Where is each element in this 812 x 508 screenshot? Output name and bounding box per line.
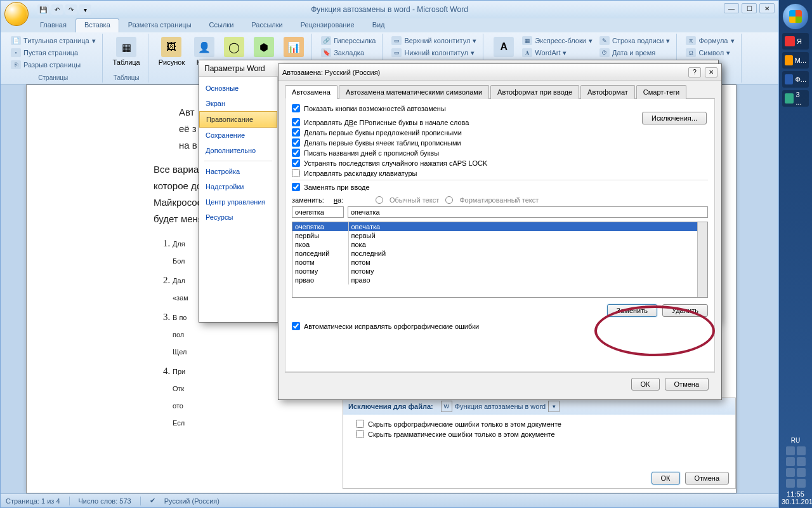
cat-customize[interactable]: Настройка	[199, 164, 277, 179]
tab-math[interactable]: Автозамена математическими символами	[339, 85, 489, 99]
tray-icon[interactable]	[786, 479, 795, 488]
signature-line-button[interactable]: ✎Строка подписи ▾	[597, 35, 672, 46]
tab-mail[interactable]: Рассылки	[242, 18, 291, 32]
tab-smarttags[interactable]: Смарт-теги	[636, 85, 686, 99]
close-button[interactable]: ✕	[759, 3, 775, 13]
taskbar-item[interactable]: М...	[782, 52, 809, 69]
picture-button[interactable]: 🖼Рисунок	[155, 35, 189, 68]
tray-icon[interactable]	[786, 468, 795, 477]
hyperlink-icon: 🔗	[321, 36, 331, 45]
group-tables-label: Таблицы	[109, 73, 144, 81]
options-cancel-button[interactable]: Отмена	[685, 472, 729, 485]
cover-page-button[interactable]: 📄Титульная страница ▾	[8, 35, 98, 46]
chart-button[interactable]: 📊	[280, 35, 308, 59]
hyperlink-button[interactable]: 🔗Гиперссылка	[318, 35, 378, 46]
cat-main[interactable]: Основные	[199, 81, 277, 96]
keyboard-layout-checkbox[interactable]: Исправлять раскладку клавиатуры	[292, 169, 708, 177]
qat-redo-icon[interactable]: ↷	[65, 4, 77, 15]
exceptions-button[interactable]: Исключения...	[642, 112, 707, 124]
ac-cancel-button[interactable]: Отмена	[665, 378, 709, 391]
capslock-checkbox[interactable]: Устранять последствия случайного нажатия…	[292, 159, 708, 167]
smartart-button[interactable]: ⬢	[250, 35, 278, 59]
page-break-button[interactable]: ⎘Разрыв страницы	[8, 59, 98, 70]
help-button[interactable]: ?	[688, 67, 701, 77]
qat-more-icon[interactable]: ▾	[79, 4, 91, 15]
cat-addins[interactable]: Надстройки	[199, 179, 277, 194]
table-button[interactable]: ▦Таблица	[109, 35, 144, 68]
tray-icon[interactable]	[797, 468, 806, 477]
dropdown-icon[interactable]: ▾	[548, 401, 560, 412]
scrollbar[interactable]	[697, 222, 707, 297]
cat-advanced[interactable]: Дополнительно	[199, 143, 277, 158]
cat-save[interactable]: Сохранение	[199, 128, 277, 143]
tab-autoformat[interactable]: Автоформат	[580, 85, 635, 99]
blank-page-button[interactable]: ▫Пустая страница	[8, 47, 98, 58]
tray-icon[interactable]	[786, 457, 795, 466]
replace-button[interactable]: Заменить	[607, 304, 657, 317]
formula-button[interactable]: πФормула ▾	[683, 35, 737, 46]
title-bar: 💾 ↶ ↷ ▾ Функция автозамены в word - Micr…	[1, 1, 778, 18]
tab-refs[interactable]: Ссылки	[200, 18, 243, 32]
tray-icon[interactable]	[786, 446, 795, 455]
taskbar-item[interactable]: Я	[782, 33, 809, 50]
dialog-close-button[interactable]: ✕	[705, 67, 717, 77]
minimize-button[interactable]: —	[724, 3, 739, 13]
wordart-button[interactable]: 𝐀WordArt ▾	[520, 47, 595, 58]
start-button[interactable]	[783, 4, 808, 29]
replace-input[interactable]	[292, 206, 344, 218]
taskbar-item[interactable]: 3 ...	[782, 90, 809, 107]
delete-button[interactable]: Удалить	[662, 304, 708, 317]
symbol-button[interactable]: ΩСимвол ▾	[683, 47, 737, 58]
taskbar-item[interactable]: Ф...	[782, 71, 809, 88]
clock-time[interactable]: 11:55	[782, 490, 809, 498]
with-input[interactable]	[348, 206, 708, 218]
formatted-radio[interactable]	[445, 196, 453, 204]
tray-icon[interactable]	[797, 479, 806, 488]
cat-screen[interactable]: Экран	[199, 96, 277, 111]
days-caps-checkbox[interactable]: Писать названия дней с прописной буквы	[292, 149, 708, 157]
hide-grammar-checkbox[interactable]: Скрыть грамматические ошибки только в эт…	[348, 430, 730, 438]
auto-fix-checkbox[interactable]: Автоматически исправлять орфографические…	[292, 322, 708, 330]
options-ok-button[interactable]: ОК	[652, 472, 680, 485]
textbox-button[interactable]: A	[490, 35, 518, 59]
wordart-icon: 𝐀	[522, 48, 532, 57]
tab-review[interactable]: Рецензирование	[292, 18, 363, 32]
bookmark-icon: 🔖	[321, 48, 331, 57]
express-blocks-button[interactable]: ▦Экспресс-блоки ▾	[520, 35, 595, 46]
tab-autocorrect[interactable]: Автозамена	[285, 85, 337, 99]
status-words[interactable]: Число слов: 573	[79, 497, 131, 505]
autocorrect-dialog: Автозамена: Русский (Россия) ? ✕ Автозам…	[278, 64, 722, 400]
office-button[interactable]	[4, 2, 29, 26]
qat-undo-icon[interactable]: ↶	[51, 4, 63, 15]
status-page[interactable]: Страница: 1 из 4	[6, 497, 60, 505]
sentence-caps-checkbox[interactable]: Делать первые буквы предложений прописны…	[292, 128, 708, 137]
maximize-button[interactable]: ☐	[742, 3, 757, 13]
tray-icon[interactable]	[797, 446, 806, 455]
footer-button[interactable]: ▭Нижний колонтитул ▾	[389, 47, 479, 58]
language-indicator[interactable]: RU	[782, 437, 809, 444]
cat-resources[interactable]: Ресурсы	[199, 210, 277, 225]
tab-home[interactable]: Главная	[31, 18, 75, 32]
replace-on-type-checkbox[interactable]: Заменять при вводе	[292, 183, 708, 191]
status-proofing-icon[interactable]: ✔	[150, 497, 155, 505]
bookmark-button[interactable]: 🔖Закладка	[318, 47, 378, 58]
cell-caps-checkbox[interactable]: Делать первые буквы ячеек таблиц прописн…	[292, 138, 708, 147]
plaintext-radio[interactable]	[376, 196, 383, 204]
tab-insert[interactable]: Вставка	[75, 18, 119, 32]
ac-ok-button[interactable]: ОК	[631, 378, 660, 391]
tray-icon[interactable]	[797, 457, 806, 466]
header-button[interactable]: ▭Верхний колонтитул ▾	[389, 35, 479, 46]
hide-spelling-checkbox[interactable]: Скрыть орфографические ошибки только в э…	[348, 420, 730, 428]
tab-layout[interactable]: Разметка страницы	[119, 18, 200, 32]
autocorrect-table[interactable]: очепяткаопечатка первйыпервый пкоапока п…	[292, 222, 708, 298]
qat-save-icon[interactable]: 💾	[37, 4, 49, 15]
cat-trust[interactable]: Центр управления	[199, 194, 277, 210]
shapes-button[interactable]: ◯	[220, 35, 248, 59]
autocorrect-panel: Показать кнопки возможностей автозамены …	[285, 99, 715, 372]
tab-view[interactable]: Вид	[363, 18, 394, 32]
status-language[interactable]: Русский (Россия)	[164, 497, 219, 505]
datetime-button[interactable]: ⏱Дата и время	[597, 47, 672, 58]
tab-autoformat-type[interactable]: Автоформат при вводе	[490, 85, 579, 99]
cat-proofing[interactable]: Правописание	[199, 111, 277, 128]
clock-date[interactable]: 30.11.2013	[782, 498, 809, 505]
